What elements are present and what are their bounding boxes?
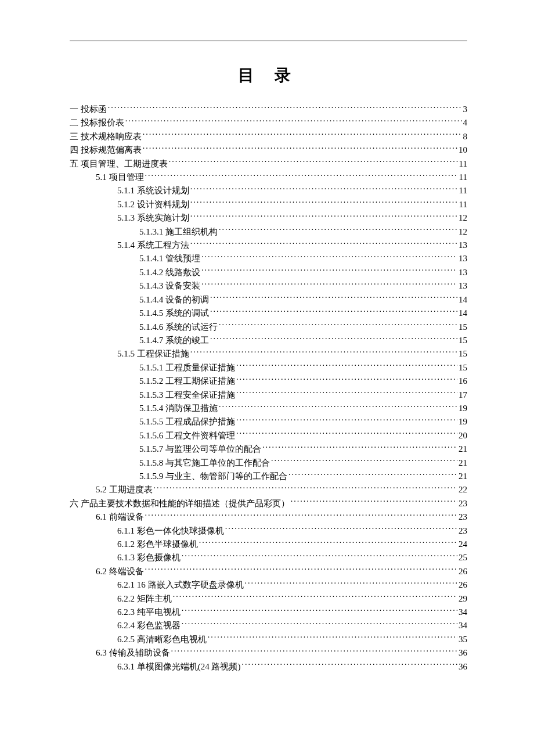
toc-entry[interactable]: 5.2 工期进度表22: [70, 483, 467, 496]
toc-entry[interactable]: 6.2.1 16 路嵌入式数字硬盘录像机26: [70, 578, 467, 592]
toc-leader-dots: [145, 566, 458, 574]
toc-entry-page: 24: [459, 538, 467, 551]
toc-entry[interactable]: 5.1.4.6 系统的试运行15: [70, 321, 467, 334]
toc-entry[interactable]: 二 投标报价表4: [70, 116, 467, 129]
toc-entry-page: 21: [459, 456, 467, 470]
toc-leader-dots: [242, 661, 458, 669]
toc-entry[interactable]: 6.3.1 单模图像光端机(24 路视频)36: [70, 660, 467, 674]
toc-entry-page: 13: [459, 252, 467, 265]
toc-entry[interactable]: 四 投标规范偏离表10: [70, 143, 467, 157]
toc-leader-dots: [219, 402, 457, 411]
toc-entry[interactable]: 5.1.5 工程保证措施15: [70, 347, 467, 361]
toc-entry-label: 6.2.2 矩阵主机: [117, 592, 172, 606]
toc-entry-label: 6.2.1 16 路嵌入式数字硬盘录像机: [117, 578, 244, 592]
toc-leader-dots: [236, 389, 457, 398]
toc-entry-label: 5.1.5.4 消防保卫措施: [139, 402, 218, 415]
toc-entry[interactable]: 5.1.5.6 工程文件资料管理20: [70, 429, 467, 442]
toc-entry[interactable]: 5.1.4.4 设备的初调14: [70, 293, 467, 307]
toc-entry-label: 5.1.3 系统实施计划: [117, 211, 189, 225]
toc-entry-label: 5.1.4.4 设备的初调: [139, 293, 209, 307]
toc-leader-dots: [219, 226, 457, 235]
toc-entry[interactable]: 6.1.1 彩色一体化快球摄像机23: [70, 524, 467, 538]
toc-entry[interactable]: 6.2.2 矩阵主机29: [70, 592, 467, 606]
toc-entry[interactable]: 6.2.3 纯平电视机34: [70, 606, 467, 619]
toc-leader-dots: [236, 430, 457, 438]
toc-entry-label: 5.1.3.1 施工组织机构: [139, 225, 218, 239]
toc-leader-dots: [182, 552, 457, 560]
toc-leader-dots: [219, 321, 457, 330]
toc-entry[interactable]: 5.1.1 系统设计规划11: [70, 184, 467, 197]
toc-entry[interactable]: 5.1.4.3 设备安装13: [70, 279, 467, 293]
toc-leader-dots: [208, 633, 457, 642]
toc-entry-page: 21: [459, 442, 467, 456]
toc-entry[interactable]: 6.2.5 高清晰彩色电视机35: [70, 633, 467, 646]
toc-entry[interactable]: 5.1.5.9 与业主、物管部门等的工作配合21: [70, 470, 467, 483]
toc-title: 目 录: [70, 64, 467, 87]
toc-leader-dots: [201, 280, 457, 289]
toc-entry[interactable]: 5.1.3.1 施工组织机构12: [70, 225, 467, 239]
toc-entry[interactable]: 五 项目管理、工期进度表11: [70, 157, 467, 171]
toc-entry[interactable]: 6.1.2 彩色半球摄像机24: [70, 538, 467, 551]
toc-entry[interactable]: 5.1 项目管理11: [70, 171, 467, 184]
toc-entry-label: 三 技术规格响应表: [70, 130, 142, 143]
toc-leader-dots: [225, 525, 457, 534]
toc-entry-page: 16: [459, 375, 467, 388]
toc-entry[interactable]: 6.1.3 彩色摄像机25: [70, 551, 467, 564]
toc-entry-page: 22: [459, 483, 467, 496]
toc-entry[interactable]: 5.1.4.5 系统的调试14: [70, 307, 467, 320]
toc-entry-label: 四 投标规范偏离表: [70, 143, 142, 157]
toc-entry[interactable]: 5.1.5.3 工程安全保证措施17: [70, 388, 467, 402]
toc-entry-label: 5.1.5.7 与监理公司等单位的配合: [139, 442, 261, 456]
toc-entry-page: 13: [459, 279, 467, 293]
toc-entry[interactable]: 三 技术规格响应表8: [70, 130, 467, 143]
toc-entry-label: 5.1.5.3 工程安全保证措施: [139, 388, 235, 402]
toc-entry[interactable]: 5.1.5.7 与监理公司等单位的配合21: [70, 442, 467, 456]
toc-entry-label: 5.1.5 工程保证措施: [117, 347, 189, 361]
toc-entry-page: 11: [459, 157, 467, 171]
toc-entry[interactable]: 5.1.5.4 消防保卫措施19: [70, 402, 467, 415]
toc-entry[interactable]: 5.1.5.8 与其它施工单位的工作配合21: [70, 456, 467, 470]
toc-leader-dots: [236, 416, 457, 424]
toc-entry[interactable]: 六 产品主要技术数据和性能的详细描述（提供产品彩页）23: [70, 497, 467, 510]
toc-entry[interactable]: 5.1.3 系统实施计划12: [70, 211, 467, 225]
toc-leader-dots: [271, 457, 457, 466]
toc-entry[interactable]: 5.1.4.1 管线预埋13: [70, 252, 467, 265]
toc-entry[interactable]: 6.3 传输及辅助设备36: [70, 646, 467, 660]
toc-leader-dots: [169, 158, 458, 167]
toc-entry-page: 12: [459, 225, 467, 239]
toc-entry[interactable]: 6.1 前端设备23: [70, 510, 467, 524]
toc-leader-dots: [262, 443, 457, 452]
toc-leader-dots: [125, 117, 462, 125]
toc-entry[interactable]: 5.1.4.2 线路敷设13: [70, 266, 467, 279]
toc-entry-label: 一 投标函: [70, 103, 107, 116]
toc-entry-label: 5.1.4.2 线路敷设: [139, 266, 200, 279]
toc-entry-label: 5.1 项目管理: [96, 171, 144, 184]
toc-entry[interactable]: 5.1.5.2 工程工期保证措施16: [70, 375, 467, 388]
toc-entry[interactable]: 5.1.5.5 工程成品保护措施19: [70, 415, 467, 429]
toc-leader-dots: [182, 606, 457, 615]
toc-entry-page: 15: [459, 347, 467, 361]
toc-entry-page: 15: [459, 361, 467, 375]
toc-entry[interactable]: 5.1.5.1 工程质量保证措施15: [70, 361, 467, 375]
toc-entry-page: 14: [459, 307, 467, 320]
toc-entry-page: 10: [459, 143, 467, 157]
toc-leader-dots: [210, 334, 457, 343]
toc-entry[interactable]: 5.1.4.7 系统的竣工15: [70, 334, 467, 347]
toc-entry-page: 13: [459, 239, 467, 252]
toc-entry[interactable]: 6.2 终端设备26: [70, 565, 467, 578]
toc-entry[interactable]: 5.1.2 设计资料规划11: [70, 198, 467, 211]
toc-entry-page: 11: [459, 171, 467, 184]
toc-leader-dots: [210, 294, 457, 303]
toc-leader-dots: [143, 131, 462, 139]
toc-entry[interactable]: 6.2.4 彩色监视器34: [70, 619, 467, 632]
toc-entry-page: 19: [459, 402, 467, 415]
toc-leader-dots: [201, 267, 457, 275]
toc-entry-label: 6.1.1 彩色一体化快球摄像机: [117, 524, 224, 538]
toc-entry[interactable]: 5.1.4 系统工程方法13: [70, 239, 467, 252]
toc-entry[interactable]: 一 投标函3: [70, 103, 467, 116]
toc-leader-dots: [108, 103, 462, 112]
toc-entry-page: 11: [459, 184, 467, 197]
toc-entry-label: 5.1.5.6 工程文件资料管理: [139, 429, 235, 442]
toc-entry-page: 14: [459, 293, 467, 307]
toc-entry-label: 5.1.4 系统工程方法: [117, 239, 189, 252]
